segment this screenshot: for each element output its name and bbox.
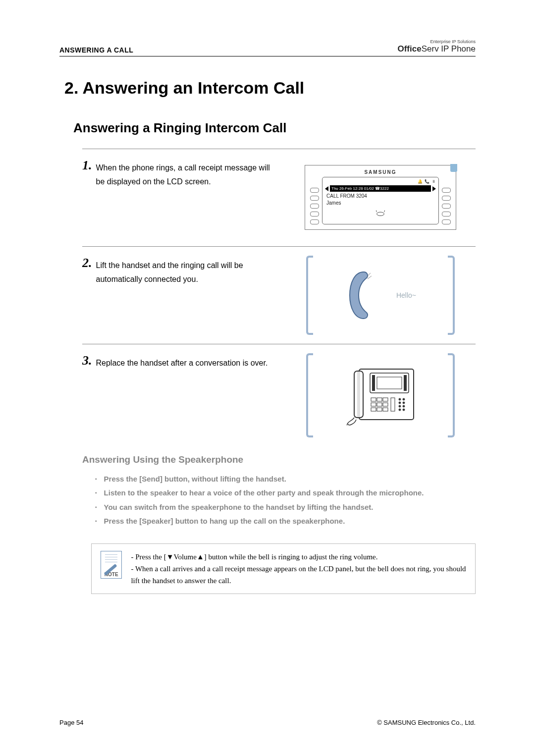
svg-rect-7 <box>377 398 382 401</box>
svg-point-0 <box>377 212 384 216</box>
svg-point-22 <box>403 405 405 407</box>
divider <box>82 246 476 247</box>
step-body: Lift the handset and the ringing call wi… <box>96 259 276 287</box>
step-3: 3. Replace the handset after a conversat… <box>82 353 476 437</box>
header-brand: Enterprise IP Solutions OfficeServ IP Ph… <box>397 40 476 54</box>
lcd-side-button <box>442 219 451 224</box>
lcd-figure: SAMSUNG 🔔 📞 ⏸ <box>285 158 476 237</box>
right-arrow-icon <box>432 186 436 191</box>
lcd-side-button <box>310 204 319 209</box>
svg-rect-2 <box>370 373 409 393</box>
svg-point-18 <box>399 405 401 407</box>
list-item: Press the [Send] button, without lifting… <box>95 472 476 486</box>
bracket-icon <box>306 353 313 437</box>
list-item: You can switch from the speakerphone to … <box>95 500 476 515</box>
ring-icon <box>325 209 436 218</box>
svg-rect-10 <box>377 403 382 406</box>
hello-text: Hello~ <box>396 291 416 299</box>
lcd-bar-text: Thu 26-Feb 12:28 01/02 ☎3222 <box>330 185 431 192</box>
lcd-side-button <box>442 196 451 201</box>
divider <box>82 149 476 149</box>
handset-icon <box>345 268 373 323</box>
step-number: 3. <box>82 354 92 371</box>
step-1: 1. When the phone rings, a call receipt … <box>82 158 476 237</box>
svg-rect-25 <box>357 371 360 418</box>
speakerphone-bullets: Press the [Send] button, without lifting… <box>95 472 476 529</box>
speakerphone-heading: Answering Using the Speakerphone <box>82 454 476 465</box>
svg-rect-4 <box>404 375 407 391</box>
svg-point-23 <box>403 409 405 411</box>
svg-rect-15 <box>391 398 395 411</box>
page-header: ANSWERING A CALL Enterprise IP Solutions… <box>59 40 476 56</box>
lcd-side-button <box>442 188 451 193</box>
lcd-title-bar: Thu 26-Feb 12:28 01/02 ☎3222 <box>325 185 436 192</box>
bracket-icon <box>448 256 455 335</box>
svg-rect-14 <box>383 408 388 411</box>
svg-point-16 <box>399 398 401 400</box>
svg-rect-6 <box>371 398 376 401</box>
page-number: Page 54 <box>59 719 83 726</box>
page-footer: Page 54 © SAMSUNG Electronics Co., Ltd. <box>59 719 476 726</box>
svg-point-17 <box>399 402 401 404</box>
step-2: 2. Lift the handset and the ringing call… <box>82 256 476 335</box>
lcd-right-buttons <box>442 177 451 224</box>
lcd-side-button <box>310 219 319 224</box>
header-section: ANSWERING A CALL <box>59 46 133 54</box>
svg-point-20 <box>403 398 405 400</box>
step-number: 2. <box>82 257 92 287</box>
lcd-brand: SAMSUNG <box>310 169 451 175</box>
lcd-screen: 🔔 📞 ⏸ Thu 26-Feb 12:28 01/02 ☎3222 CALL … <box>322 177 439 224</box>
step-body: Replace the handset after a conversation… <box>96 356 268 371</box>
svg-rect-8 <box>383 398 388 401</box>
svg-rect-12 <box>371 408 376 411</box>
copyright: © SAMSUNG Electronics Co., Ltd. <box>377 719 476 726</box>
brand-main: OfficeServ IP Phone <box>397 45 476 54</box>
left-arrow-icon <box>325 186 328 191</box>
page-subtitle: Answering a Ringing Intercom Call <box>73 120 476 136</box>
phone-figure <box>285 353 476 437</box>
step-body: When the phone rings, a call receipt mes… <box>96 161 276 190</box>
lcd-corner-icon <box>450 164 457 172</box>
svg-point-21 <box>403 402 405 404</box>
steps: 1. When the phone rings, a call receipt … <box>82 149 476 437</box>
lcd-line-1: CALL FROM 3204 <box>325 193 436 199</box>
divider <box>82 344 476 344</box>
note-icon: NOTE <box>101 551 122 579</box>
lcd-left-buttons <box>310 177 319 224</box>
list-item: Listen to the speaker to hear a voice of… <box>95 486 476 500</box>
svg-rect-3 <box>372 375 375 391</box>
svg-rect-9 <box>371 403 376 406</box>
lcd-side-button <box>310 196 319 201</box>
lcd-line-2: James <box>325 200 436 206</box>
page-title: 2. Answering an Intercom Call <box>64 78 476 98</box>
phone-device-icon <box>343 363 418 428</box>
note-box: NOTE - Press the [▼Volume▲] button while… <box>91 543 476 594</box>
svg-point-19 <box>399 409 401 411</box>
svg-rect-11 <box>383 403 388 406</box>
lcd-device: SAMSUNG 🔔 📞 ⏸ <box>305 165 456 230</box>
svg-rect-13 <box>377 408 382 411</box>
bracket-icon <box>448 353 455 437</box>
list-item: Press the [Speaker] button to hang up th… <box>95 514 476 529</box>
note-text: - Press the [▼Volume▲] button while the … <box>131 551 466 587</box>
lcd-status-icons: 🔔 📞 ⏸ <box>325 179 436 184</box>
lcd-side-button <box>310 212 319 216</box>
lcd-side-button <box>310 188 319 193</box>
lcd-side-button <box>442 212 451 216</box>
step-number: 1. <box>82 159 92 190</box>
bracket-icon <box>306 256 313 335</box>
lcd-side-button <box>442 204 451 209</box>
handset-figure: Hello~ <box>285 256 476 335</box>
